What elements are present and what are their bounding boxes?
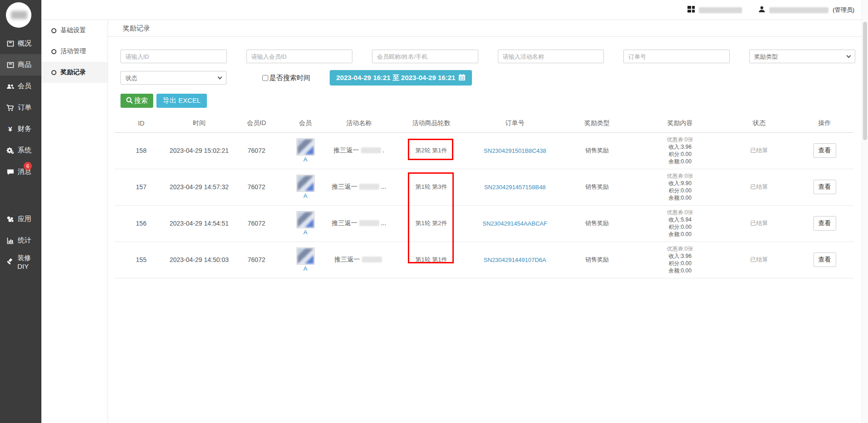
- sidebar-item-diy[interactable]: 装修DIY: [0, 251, 41, 272]
- sidebar-item-label: 会员: [18, 82, 31, 91]
- reward-line: 余额:0.00: [637, 231, 723, 238]
- cell-member: A: [282, 169, 328, 205]
- col-status: 状态: [723, 114, 795, 132]
- top-header: (管理员): [41, 0, 868, 20]
- col-order-no: 订单号: [473, 114, 557, 132]
- user-icon[interactable]: [758, 6, 765, 14]
- activity-name: 推三返一: [332, 219, 357, 227]
- col-action: 操作: [795, 114, 854, 132]
- reward-type-select-wrap: 奖励类型: [749, 50, 856, 63]
- col-member: 会员: [282, 114, 328, 132]
- reward-line: 优惠券:0张: [637, 136, 723, 143]
- cell-time: 2023-04-29 14:57:32: [168, 169, 231, 205]
- page-scrollbar[interactable]: [862, 0, 868, 423]
- sidebar-item-orders[interactable]: 订单: [0, 97, 41, 118]
- submenu-item-activity-management[interactable]: 活动管理: [41, 41, 107, 62]
- member-avatar[interactable]: [296, 247, 315, 265]
- sidebar-item-label: 财务: [18, 125, 31, 133]
- member-id-input[interactable]: [246, 50, 353, 63]
- sidebar-item-members[interactable]: 会员: [0, 76, 41, 97]
- id-input[interactable]: [120, 50, 227, 63]
- search-time-checkbox[interactable]: [262, 75, 268, 81]
- redacted-avatar: [297, 176, 314, 191]
- sidebar-item-finance[interactable]: ¥ 财务: [0, 118, 41, 140]
- reward-line: 余额:0.00: [637, 267, 723, 274]
- activity-name: 推三返一: [334, 146, 359, 154]
- col-id: ID: [115, 114, 168, 132]
- order-no-input[interactable]: [623, 50, 730, 63]
- filter-row-1: 奖励类型: [120, 50, 855, 63]
- member-avatar[interactable]: [296, 175, 315, 192]
- members-icon: [6, 83, 15, 90]
- reward-line: 收入:3.96: [637, 252, 723, 260]
- reward-line: 收入:5.94: [637, 216, 723, 223]
- cell-action: 查看: [795, 132, 854, 169]
- view-button[interactable]: 查看: [813, 252, 836, 267]
- apps-grid-icon[interactable]: [687, 6, 695, 14]
- cell-action: 查看: [795, 205, 854, 242]
- view-button[interactable]: 查看: [813, 216, 836, 231]
- submenu-item-reward-records[interactable]: 奖励记录: [41, 62, 107, 83]
- reward-line: 余额:0.00: [637, 194, 723, 201]
- view-button[interactable]: 查看: [813, 143, 836, 158]
- cell-action: 查看: [795, 169, 854, 205]
- sidebar-item-apps[interactable]: 应用: [0, 208, 41, 230]
- redacted-avatar: [11, 11, 27, 19]
- cart-icon: [6, 104, 15, 111]
- reward-line: 优惠券:0张: [637, 209, 723, 216]
- activity-name-input[interactable]: [498, 50, 604, 63]
- status-badge: 已结算: [750, 220, 768, 227]
- shop-avatar[interactable]: [6, 2, 31, 28]
- search-button[interactable]: 搜索: [120, 94, 153, 108]
- cell-activity: 推三返一...: [328, 205, 390, 242]
- search-time-checkbox-group: 是否搜索时间: [262, 74, 310, 82]
- order-link[interactable]: SN2304291454AABCAF: [482, 220, 547, 227]
- sidebar-item-messages[interactable]: 消息 6: [0, 161, 41, 182]
- cell-status: 已结算: [723, 205, 795, 242]
- page-title-bar: 奖励记录: [108, 20, 868, 37]
- submenu-item-label: 奖励记录: [60, 68, 86, 76]
- order-link[interactable]: SN2304291457158B48: [484, 184, 546, 191]
- member-avatar[interactable]: [296, 211, 315, 228]
- sidebar-item-system[interactable]: 系统: [0, 140, 41, 161]
- sidebar-item-overview[interactable]: 概况: [0, 33, 41, 54]
- view-button[interactable]: 查看: [813, 180, 836, 194]
- cell-member: A: [282, 205, 328, 242]
- redacted-avatar: [297, 139, 314, 155]
- sidebar-item-products[interactable]: 商品: [0, 54, 41, 76]
- cell-rounds: 第2轮 第1件: [390, 132, 473, 169]
- member-avatar[interactable]: [296, 138, 315, 156]
- sidebar-item-label: 系统: [18, 146, 31, 155]
- cell-reward-type: 销售奖励: [557, 205, 637, 242]
- cell-rounds: 第1轮 第2件: [390, 205, 473, 242]
- search-time-label: 是否搜索时间: [269, 74, 310, 82]
- page-title: 奖励记录: [123, 24, 150, 33]
- cell-order-no: SN2304291454AABCAF: [473, 205, 557, 242]
- status-badge: 已结算: [750, 147, 768, 154]
- cell-activity: 推三返一: [328, 242, 390, 278]
- submenu-item-basic-settings[interactable]: 基础设置: [41, 20, 107, 41]
- date-range-button[interactable]: 2023-04-29 16:21 至 2023-04-29 16:21: [330, 70, 472, 86]
- cell-member: A: [282, 242, 328, 278]
- export-excel-button[interactable]: 导出 EXCEL: [156, 94, 207, 108]
- order-link[interactable]: SN2304291501B8C438: [484, 147, 546, 154]
- export-button-label: 导出 EXCEL: [163, 96, 201, 105]
- reward-records-table: ID 时间 会员ID 会员 活动名称 活动商品轮数 订单号 奖励类型 奖励内容 …: [115, 114, 854, 278]
- secondary-sidebar: 基础设置 活动管理 奖励记录: [41, 20, 108, 423]
- member-name-input[interactable]: [372, 50, 478, 63]
- cell-rounds: 第1轮 第1件: [390, 242, 473, 278]
- sidebar-item-label: 订单: [18, 103, 31, 112]
- activity-suffix: ...: [381, 219, 386, 227]
- scrollbar-thumb[interactable]: [863, 22, 867, 140]
- sidebar-item-stats[interactable]: 统计: [0, 230, 41, 251]
- order-link[interactable]: SN2304291449107D6A: [484, 257, 546, 263]
- reward-type-select[interactable]: 奖励类型: [749, 50, 856, 63]
- cell-member-id: 76072: [231, 169, 282, 205]
- admin-role-label: (管理员): [833, 6, 854, 14]
- cell-order-no: SN2304291457158B48: [473, 169, 557, 205]
- activity-name: 推三返一: [332, 183, 357, 190]
- member-name: A: [303, 192, 307, 199]
- cell-id: 158: [115, 132, 168, 169]
- status-select[interactable]: 状态: [120, 71, 226, 85]
- reward-line: 余额:0.00: [637, 158, 723, 165]
